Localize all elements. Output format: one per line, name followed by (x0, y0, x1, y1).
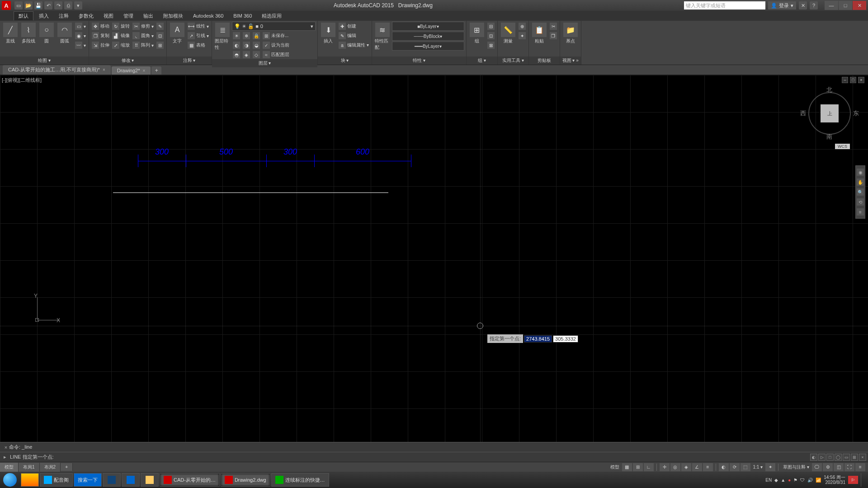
sb-ortho-icon[interactable]: ∟ (644, 463, 654, 471)
sb-monitor-icon[interactable]: 🖵 (812, 463, 822, 471)
edit-attr-button[interactable]: a编辑属性 ▾ (338, 41, 370, 50)
cmd-close-icon[interactable]: × (3, 445, 9, 450)
insert-block-button[interactable]: ⬇插入 (320, 22, 337, 45)
cmd-ico6[interactable]: ⊞ (851, 454, 858, 461)
draw-extra1[interactable]: ▭▾ (74, 22, 87, 31)
layout-model-tab[interactable]: 模型 (0, 463, 19, 472)
login-button[interactable]: 👤 登录 ▾ (768, 1, 796, 9)
dim-linear-button[interactable]: ⟷线性 ▾ (187, 22, 210, 31)
rotate-button[interactable]: ↻旋转 (111, 22, 131, 31)
qat-open-icon[interactable]: 📂 (24, 1, 33, 9)
layer-unsaved[interactable]: ⊞未保存... (262, 31, 289, 40)
taskbar-ps[interactable] (103, 473, 121, 487)
sb-anno-icon[interactable]: ✦ (765, 463, 775, 471)
copy-button[interactable]: ❐复制 (91, 31, 110, 40)
tab-output[interactable]: 输出 (139, 12, 158, 20)
polyline-button[interactable]: ⌇多段线 (20, 22, 37, 45)
taskbar-search[interactable]: 搜索一下 (74, 473, 102, 487)
util-btn1[interactable]: ⊕ (518, 22, 527, 31)
tray-ime[interactable]: EN (765, 478, 772, 483)
layer-btn6[interactable]: ◒ (252, 41, 261, 50)
panel-title-util[interactable]: 实用工具 ▾ (498, 56, 528, 65)
layer-btn4[interactable]: ◐ (232, 41, 241, 50)
taskbar-cad1[interactable]: CAD-从零开始的… (160, 473, 220, 487)
maximize-button[interactable]: □ (839, 1, 852, 10)
sb-3dosnap-icon[interactable]: ◈ (681, 463, 691, 471)
sb-dynucs-icon[interactable]: ⬚ (741, 463, 750, 471)
trim-button[interactable]: ✂修剪 ▾ (132, 22, 155, 31)
viewcube[interactable]: 上 北 南 西 东 (805, 89, 854, 138)
nav-orbit-icon[interactable]: ⟲ (857, 198, 864, 206)
tray-icon1[interactable]: ◆ (774, 478, 778, 483)
layer-btn2[interactable]: ❄ (242, 31, 251, 40)
sb-scale[interactable]: 1:1 ▾ (751, 465, 765, 469)
linetype-dropdown[interactable]: ─── ByBlock ▾ (392, 32, 464, 41)
lineweight-dropdown[interactable]: ━━━ ByLayer ▾ (392, 42, 464, 51)
help-search-input[interactable]: 键入关键字或短语 (684, 1, 765, 9)
group-btn3[interactable]: ⊠ (486, 41, 495, 50)
layer-btn5[interactable]: ◑ (242, 41, 251, 50)
tray-icon5[interactable]: 🛡 (800, 478, 805, 483)
cmd-ico1[interactable]: ◐ (810, 454, 817, 461)
sb-transparency-icon[interactable]: ◐ (719, 463, 729, 471)
mirror-button[interactable]: ▟镜像 (111, 31, 131, 40)
sb-model-space[interactable]: 模型 (609, 464, 621, 470)
qat-print-icon[interactable]: ⎙ (64, 1, 72, 9)
modify-extra1[interactable]: ✎ (156, 22, 165, 31)
layer-btn8[interactable]: ◈ (242, 50, 251, 59)
sb-otrack-icon[interactable]: ∠ (692, 463, 702, 471)
app-logo[interactable]: A (2, 1, 11, 10)
close-tab-icon[interactable]: × (103, 67, 105, 72)
draw-extra3[interactable]: 〰▾ (74, 41, 87, 50)
cmd-ico-close[interactable]: × (859, 454, 866, 461)
modify-extra2[interactable]: ⊡ (156, 31, 165, 40)
cmd-ico5[interactable]: ▭ (843, 454, 850, 461)
leader-button[interactable]: ↗引线 ▾ (187, 31, 210, 40)
qat-redo-icon[interactable]: ↷ (54, 1, 62, 9)
sb-workspace[interactable]: 草图与注释 ▾ (781, 464, 811, 470)
wcs-badge[interactable]: WCS (835, 144, 850, 149)
sb-snap-icon[interactable]: ⊞ (633, 463, 643, 471)
viewcube-east[interactable]: 东 (853, 109, 859, 117)
layer-btn1[interactable]: ☀ (232, 31, 241, 40)
sb-cycling-icon[interactable]: ⟳ (730, 463, 740, 471)
layer-btn9[interactable]: ◇ (252, 50, 261, 59)
group-btn1[interactable]: ⊟ (486, 22, 495, 31)
move-button[interactable]: ✥移动 (91, 22, 110, 31)
line-button[interactable]: ╱直线 (2, 22, 19, 45)
sb-clean-icon[interactable]: ⛶ (844, 463, 854, 471)
tab-view[interactable]: 视图 (99, 12, 118, 20)
help-icon[interactable]: ? (810, 1, 818, 9)
measure-button[interactable]: 📏测量 (500, 22, 517, 45)
exchange-icon[interactable]: ✕ (799, 1, 807, 9)
panel-title-annot[interactable]: 注释 ▾ (167, 56, 212, 65)
panel-title-view[interactable]: 视图 ▾ » (560, 56, 581, 65)
layer-dropdown[interactable]: 💡 ☀ 🔓 ■ 0▾ (232, 22, 316, 31)
nav-zoom-icon[interactable]: 🔍 (857, 188, 864, 196)
layer-match[interactable]: ≈匹配图层 (262, 50, 290, 59)
layer-props-button[interactable]: ≣图层特性 (214, 22, 231, 52)
sb-polar-icon[interactable]: ✛ (660, 463, 670, 471)
tab-featured[interactable]: 精选应用 (257, 12, 286, 20)
tab-a360[interactable]: Autodesk 360 (189, 12, 228, 19)
minimize-button[interactable]: — (825, 1, 838, 10)
layout1-tab[interactable]: 布局1 (19, 463, 40, 472)
tab-insert[interactable]: 插入 (34, 12, 53, 20)
tab-default[interactable]: 默认 (14, 11, 33, 20)
close-tab-icon[interactable]: × (142, 68, 145, 73)
taskbar-app1[interactable] (21, 473, 39, 487)
tray-icon6[interactable]: 🔊 (807, 478, 813, 483)
arc-button[interactable]: ◠圆弧 (56, 22, 73, 45)
tab-bim360[interactable]: BIM 360 (229, 12, 256, 19)
layout2-tab[interactable]: 布局2 (40, 463, 61, 472)
taskbar-ie[interactable]: 配音阁 (40, 473, 73, 487)
dyn-x-input[interactable]: 2743.8415 (524, 335, 552, 343)
draw-extra2[interactable]: ◉▾ (74, 31, 87, 40)
taskbar-cad2[interactable]: Drawing2.dwg (221, 473, 270, 487)
qat-save-icon[interactable]: 💾 (34, 1, 42, 9)
copy-clip-button[interactable]: ❐ (549, 31, 558, 40)
nav-show-icon[interactable]: ≡ (857, 208, 864, 216)
tray-icon3[interactable]: ● (788, 478, 791, 483)
sb-hw-icon[interactable]: ⚙ (823, 463, 833, 471)
cmd-toggle-icon[interactable]: ▸ (2, 454, 8, 460)
